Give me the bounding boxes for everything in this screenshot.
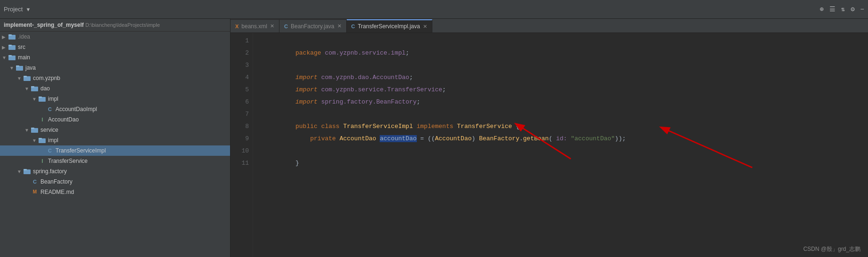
project-name: implement-_spring_of_myself <box>4 22 84 28</box>
java-class-icon: C <box>284 24 288 29</box>
tree-label-java: java <box>25 64 36 71</box>
tree-item-accountdaoimpl[interactable]: C AccountDaoImpl <box>0 104 230 114</box>
import-path-factory: spring.factory.BeanFactory <box>321 98 417 105</box>
tree-item-service[interactable]: ▼ service <box>0 125 230 135</box>
line-num-3: 3 <box>234 59 249 72</box>
svg-rect-9 <box>24 76 27 77</box>
param-hint-id: id: <box>556 135 567 142</box>
code-text: { <box>512 123 519 130</box>
toolbar-icons: ⊕ ☰ ⇅ ⚙ − <box>820 5 864 13</box>
gear-icon[interactable]: ⚙ <box>851 5 854 13</box>
globe-icon[interactable]: ⊕ <box>820 5 823 13</box>
tree-item-dao[interactable]: ▼ dao <box>0 83 230 94</box>
keyword-implements: implements <box>417 123 454 130</box>
svg-rect-15 <box>31 128 34 129</box>
java-class-icon: C <box>46 106 54 112</box>
sidebar: implement-_spring_of_myself D:\biancheng… <box>0 19 231 257</box>
tree-item-transferserviceimpl[interactable]: C TransferServiceImpl <box>0 145 230 156</box>
folder-icon <box>8 44 16 50</box>
line-num-7: 7 <box>234 108 249 120</box>
method-getbean: getBean <box>523 135 549 142</box>
code-text <box>318 86 321 93</box>
tree-item-main[interactable]: ▼ main <box>0 52 230 63</box>
tree-label-beanfactory: BeanFactory <box>40 178 72 185</box>
code-text <box>318 74 321 81</box>
tree-label-transferserviceimpl: TransferServiceImpl <box>56 147 106 154</box>
code-line-1: package com.yzpnb.service.impl; <box>259 35 862 47</box>
keyword-class: class <box>321 123 340 130</box>
code-text <box>336 135 340 142</box>
var-accountdao: accountDao <box>380 135 416 142</box>
xml-file-icon: X <box>235 24 239 29</box>
svg-rect-5 <box>8 55 12 56</box>
tree-item-readme[interactable]: M README.md <box>0 187 230 197</box>
tree-label-impl-dao: impl <box>48 96 58 102</box>
svg-rect-3 <box>8 45 12 46</box>
line-num-6: 6 <box>234 96 249 108</box>
tab-close-transferserviceimpl[interactable]: ✕ <box>423 24 427 30</box>
tab-label-beans-xml: beans.xml <box>241 23 267 30</box>
project-header: implement-_spring_of_myself D:\biancheng… <box>0 19 230 32</box>
interface-transferservice: TransferService <box>457 123 512 130</box>
collapse-arrow-icon: ▼ <box>9 65 16 71</box>
tree-item-accountdao[interactable]: I AccountDao <box>0 114 230 125</box>
tree-label-readme: README.md <box>40 189 74 195</box>
tree-item-dao-impl[interactable]: ▼ impl <box>0 94 230 104</box>
toolbar: Project ▼ ⊕ ☰ ⇅ ⚙ − <box>0 0 868 19</box>
keyword-public: public <box>295 123 318 130</box>
tree-item-src[interactable]: ▶ src <box>0 42 230 52</box>
toolbar-left: Project ▼ <box>4 6 31 13</box>
svg-rect-1 <box>8 34 12 36</box>
tree-label-main: main <box>18 54 30 61</box>
tab-close-beans-xml[interactable]: ✕ <box>270 23 274 29</box>
tree-item-beanfactory[interactable]: C BeanFactory <box>0 177 230 187</box>
code-area: 1 2 3 4 5 6 7 8 9 10 11 package com.yzpn… <box>231 33 868 257</box>
svg-rect-7 <box>16 65 19 67</box>
editor: X beans.xml ✕ C BeanFactory.java ✕ C Tra… <box>231 19 868 257</box>
java-class-icon: C <box>46 147 54 154</box>
tab-close-beanfactory[interactable]: ✕ <box>337 23 342 29</box>
tree-item-spring-factory[interactable]: ▼ spring.factory <box>0 166 230 177</box>
svg-rect-17 <box>39 138 42 139</box>
tree-label-com-yzpnb: com.yzpnb <box>33 75 60 81</box>
line-num-5: 5 <box>234 84 249 96</box>
collapse-arrow-icon: ▼ <box>24 86 31 91</box>
beanfactory-ref: BeanFactory <box>479 135 519 142</box>
tab-beans-xml[interactable]: X beans.xml ✕ <box>231 19 279 32</box>
tree-item-service-impl[interactable]: ▼ impl <box>0 135 230 145</box>
tree-label-accountdaoimpl: AccountDaoImpl <box>56 106 97 112</box>
minimize-icon[interactable]: − <box>860 6 864 13</box>
java-class-icon: C <box>351 24 355 29</box>
list-icon[interactable]: ☰ <box>829 5 836 13</box>
code-text: ( <box>549 135 556 142</box>
tab-beanfactory-java[interactable]: C BeanFactory.java ✕ <box>279 19 346 32</box>
type-accountdao: AccountDao <box>340 135 376 142</box>
close-brace: } <box>295 160 299 167</box>
tab-label-beanfactory: BeanFactory.java <box>291 23 334 30</box>
tree-item-transferservice[interactable]: I TransferService <box>0 156 230 166</box>
java-interface-icon: I <box>39 116 46 123</box>
line-num-11: 11 <box>234 157 249 169</box>
line-numbers: 1 2 3 4 5 6 7 8 9 10 11 <box>231 33 253 257</box>
cast-accountdao: AccountDao <box>435 135 472 142</box>
dot: . <box>519 135 523 142</box>
tab-transferserviceimpl-java[interactable]: C TransferServiceImpl.java ✕ <box>347 19 432 32</box>
dropdown-arrow-icon[interactable]: ▼ <box>25 7 31 12</box>
project-path: D:\biancheng\IdeaProjects\imple <box>85 22 159 28</box>
tab-bar: X beans.xml ✕ C BeanFactory.java ✕ C Tra… <box>231 19 868 33</box>
tree-label-transferservice: TransferService <box>48 158 88 164</box>
string-accountdao: "accountDao" <box>571 135 615 142</box>
java-interface-icon: I <box>39 158 46 164</box>
filter-icon[interactable]: ⇅ <box>841 5 845 13</box>
semicolon: ; <box>442 86 446 93</box>
code-content[interactable]: package com.yzpnb.service.impl; import c… <box>253 33 868 257</box>
svg-rect-11 <box>31 86 34 88</box>
tree-item-idea[interactable]: ▶ .idea <box>0 32 230 42</box>
tree-item-java[interactable]: ▼ java <box>0 63 230 73</box>
folder-icon <box>31 127 39 133</box>
line-num-1: 1 <box>234 35 249 47</box>
folder-icon <box>24 75 31 81</box>
tree-item-com-yzpnb[interactable]: ▼ com.yzpnb <box>0 73 230 83</box>
code-line-3: import com.yzpnb.dao.AccountDao; <box>259 59 862 72</box>
keyword-package: package <box>295 49 321 56</box>
